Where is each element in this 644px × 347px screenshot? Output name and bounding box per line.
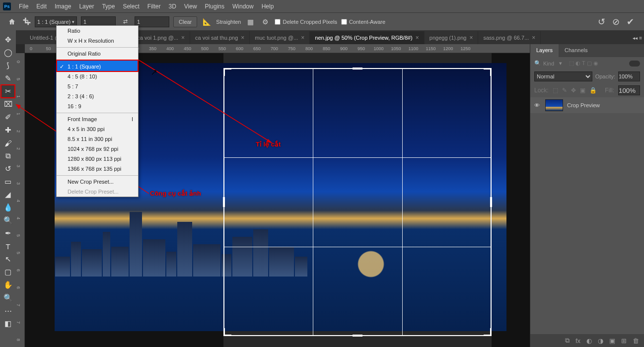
- healing-tool[interactable]: ✚: [1, 124, 15, 137]
- ratio-option[interactable]: 2 : 3 (4 : 6): [57, 91, 138, 101]
- menu-edit[interactable]: Edit: [32, 3, 51, 10]
- ratio-option[interactable]: W x H x Resolution: [57, 36, 138, 46]
- type-tool[interactable]: T: [1, 240, 15, 253]
- move-tool[interactable]: ✥: [1, 33, 15, 46]
- trash-icon[interactable]: 🗑: [633, 337, 639, 345]
- opacity-field[interactable]: [618, 71, 640, 81]
- commit-icon[interactable]: ✔: [627, 16, 634, 27]
- cancel-icon[interactable]: ⊘: [612, 16, 620, 27]
- menu-3d[interactable]: 3D: [164, 3, 180, 10]
- ratio-option[interactable]: Ratio: [57, 26, 138, 36]
- mask-icon[interactable]: ◐: [586, 337, 592, 345]
- crop-height-field[interactable]: [135, 16, 169, 27]
- crop-handle-tr[interactable]: [484, 68, 492, 76]
- brush-tool[interactable]: 🖌: [1, 137, 15, 149]
- blur-tool[interactable]: 💧: [1, 201, 15, 214]
- lock-artboard-icon[interactable]: ✥: [571, 87, 576, 94]
- crop-handle-r[interactable]: [490, 197, 492, 207]
- path-tool[interactable]: ↖: [1, 253, 15, 266]
- ratio-option[interactable]: Delete Crop Preset...: [57, 187, 138, 197]
- close-icon[interactable]: ×: [301, 34, 304, 41]
- crop-handle-bl[interactable]: [223, 328, 231, 336]
- group-icon[interactable]: ▣: [609, 337, 615, 345]
- tab-pngegg[interactable]: pngegg (1).png×: [425, 31, 479, 44]
- ratio-option[interactable]: 4 x 5 in 300 ppi: [57, 124, 138, 134]
- menu-window[interactable]: Window: [228, 3, 258, 10]
- close-icon[interactable]: ×: [469, 34, 473, 41]
- eyedropper-tool[interactable]: ✐: [1, 111, 15, 124]
- menu-image[interactable]: Image: [51, 3, 75, 10]
- close-icon[interactable]: ×: [416, 34, 419, 41]
- tab-nen[interactable]: nen.jpg @ 50% (Crop Preview, RGB/8#)×: [310, 31, 424, 44]
- new-layer-icon[interactable]: ⊞: [621, 337, 627, 345]
- dodge-tool[interactable]: 🔍: [1, 214, 15, 227]
- frame-tool[interactable]: ⌧: [1, 98, 15, 111]
- ratio-option[interactable]: 16 : 9: [57, 101, 138, 111]
- crop-handle-b[interactable]: [353, 335, 362, 337]
- ratio-option[interactable]: 1024 x 768 px 92 ppi: [57, 144, 138, 154]
- color-swatch[interactable]: ◧: [1, 317, 15, 330]
- crop-handle-br[interactable]: [484, 328, 492, 336]
- ratio-option[interactable]: 5 : 7: [57, 81, 138, 91]
- close-icon[interactable]: ×: [181, 34, 185, 41]
- ratio-option[interactable]: 1280 x 800 px 113 ppi: [57, 154, 138, 164]
- ratio-option[interactable]: Original Ratio: [57, 47, 138, 59]
- lock-pixels-icon[interactable]: ⬚: [553, 87, 558, 94]
- lock-nest-icon[interactable]: ▣: [580, 87, 585, 94]
- menu-view[interactable]: View: [180, 3, 201, 10]
- link-icon[interactable]: ⧉: [565, 337, 570, 345]
- collapse-icon[interactable]: ◂◂ ≡: [633, 35, 642, 41]
- menu-select[interactable]: Select: [119, 3, 143, 10]
- eraser-tool[interactable]: ▭: [1, 175, 15, 188]
- tab-channels[interactable]: Channels: [559, 44, 593, 57]
- delete-cropped-check[interactable]: Delete Cropped Pixels: [275, 19, 337, 25]
- pen-tool[interactable]: ✒: [1, 227, 15, 240]
- visibility-icon[interactable]: 👁: [534, 102, 541, 108]
- marquee-tool[interactable]: ◯: [1, 46, 15, 59]
- crop-handle-t[interactable]: [353, 68, 362, 69]
- menu-file[interactable]: File: [15, 3, 32, 10]
- layer-row[interactable]: 👁 Crop Preview: [530, 97, 644, 113]
- fx-icon[interactable]: fx: [575, 337, 580, 345]
- adjustment-icon[interactable]: ◑: [598, 337, 603, 345]
- menu-plugins[interactable]: Plugins: [201, 3, 228, 10]
- menu-layer[interactable]: Layer: [75, 3, 98, 10]
- tab-muctuot[interactable]: muc tuot.png @...×: [250, 31, 310, 44]
- edit-toolbar[interactable]: ⋯: [1, 304, 15, 317]
- crop-tool[interactable]: ✂: [1, 85, 15, 98]
- fill-field[interactable]: [618, 85, 640, 95]
- lock-position-icon[interactable]: ✎: [562, 87, 567, 94]
- gradient-tool[interactable]: ◢: [1, 188, 15, 201]
- close-icon[interactable]: ×: [241, 34, 244, 41]
- tab-cavoisat[interactable]: ca voi sat thu.png×: [190, 31, 250, 44]
- tab-layers[interactable]: Layers: [530, 44, 559, 57]
- reset-icon[interactable]: ↺: [598, 16, 605, 27]
- grid-icon[interactable]: ▦: [245, 16, 256, 27]
- close-icon[interactable]: ×: [532, 34, 535, 41]
- quick-select-tool[interactable]: ✎: [1, 72, 15, 85]
- blend-mode-select[interactable]: Normal: [534, 71, 592, 81]
- zoom-tool[interactable]: 🔍: [1, 291, 15, 304]
- home-icon[interactable]: [5, 16, 19, 28]
- menu-filter[interactable]: Filter: [143, 3, 165, 10]
- search-icon[interactable]: 🔍: [534, 60, 541, 67]
- ratio-option[interactable]: 1366 x 768 px 135 ppi: [57, 164, 138, 174]
- content-aware-check[interactable]: Content-Aware: [341, 19, 385, 25]
- tab-cavoi1[interactable]: ca voi 1.png @...×: [132, 31, 190, 44]
- shape-tool[interactable]: ▢: [1, 266, 15, 278]
- crop-handle-tl[interactable]: [223, 68, 231, 76]
- lock-all-icon[interactable]: 🔒: [589, 87, 597, 94]
- filter-toggle[interactable]: [629, 61, 640, 67]
- clear-button[interactable]: Clear: [173, 16, 197, 27]
- ratio-option[interactable]: Front ImageI: [57, 113, 138, 124]
- ratio-option[interactable]: 4 : 5 (8 : 10): [57, 71, 138, 81]
- crop-overlay[interactable]: [223, 68, 492, 336]
- crop-handle-l[interactable]: [223, 197, 225, 207]
- ratio-option[interactable]: 1 : 1 (Square): [57, 60, 138, 71]
- lasso-tool[interactable]: ⟆: [1, 59, 15, 72]
- tab-sass[interactable]: sass.png @ 66.7...×: [478, 31, 541, 44]
- gear-icon[interactable]: ⚙: [260, 16, 271, 27]
- straighten-icon[interactable]: 📐: [201, 16, 212, 27]
- ratio-option[interactable]: 8.5 x 11 in 300 ppi: [57, 134, 138, 144]
- menu-type[interactable]: Type: [98, 3, 119, 10]
